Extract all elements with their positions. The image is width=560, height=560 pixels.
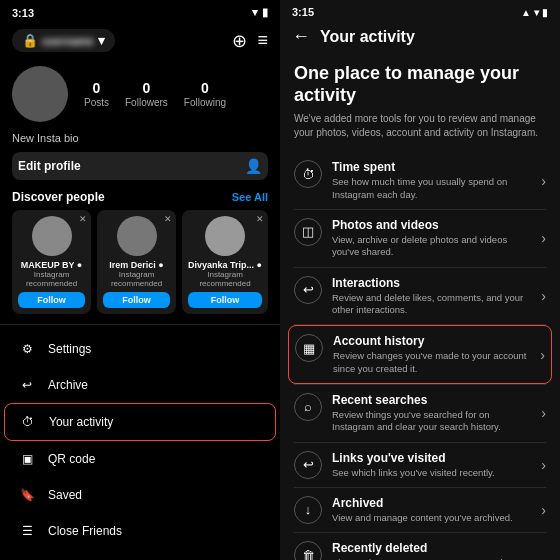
- sidebar-label-your-activity: Your activity: [49, 415, 113, 429]
- edit-profile-label: Edit profile: [18, 159, 81, 173]
- settings-icon: ⚙: [18, 340, 36, 358]
- archived-text: Archived View and manage content you've …: [332, 496, 531, 524]
- sidebar-label-settings: Settings: [48, 342, 91, 356]
- person-sub-0: Instagram recommended: [18, 270, 85, 288]
- hero-title: One place to manage your activity: [294, 63, 546, 106]
- person-avatar-0: [32, 216, 72, 256]
- links-visited-chevron: ›: [541, 457, 546, 473]
- r-signal-icon: ▲: [521, 7, 531, 18]
- discover-section: Discover people See All ✕ MAKEUP BY ● In…: [0, 184, 280, 318]
- r-battery-icon: ▮: [542, 7, 548, 18]
- sidebar-label-qr-code: QR code: [48, 452, 95, 466]
- follow-btn-0[interactable]: Follow: [18, 292, 85, 308]
- recent-searches-chevron: ›: [541, 405, 546, 421]
- left-top-bar: 🔒 username ▾ ⊕ ≡: [0, 23, 280, 58]
- interactions-icon: ↩: [294, 276, 322, 304]
- following-count: 0: [184, 80, 226, 96]
- lock-icon: 🔒: [22, 33, 38, 48]
- recently-deleted-icon: 🗑: [294, 541, 322, 560]
- battery-icon: ▮: [262, 6, 268, 19]
- activity-item-archived[interactable]: ↓ Archived View and manage content you'v…: [288, 488, 552, 532]
- back-arrow-icon[interactable]: ←: [292, 26, 310, 47]
- activity-item-interactions[interactable]: ↩ Interactions Review and delete likes, …: [288, 268, 552, 325]
- dropdown-icon: ▾: [98, 33, 105, 48]
- people-row: ✕ MAKEUP BY ● Instagram recommended Foll…: [12, 210, 268, 314]
- hero-section: One place to manage your activity We've …: [280, 55, 560, 152]
- add-post-icon[interactable]: ⊕: [232, 30, 247, 52]
- links-visited-desc: See which links you've visited recently.: [332, 467, 531, 479]
- edit-profile-icon: 👤: [245, 158, 262, 174]
- activity-item-photos-videos[interactable]: ◫ Photos and videos View, archive or del…: [288, 210, 552, 267]
- qr-code-icon: ▣: [18, 450, 36, 468]
- top-bar-icons: ⊕ ≡: [232, 30, 268, 52]
- sidebar-item-favorites[interactable]: ☆ Favorites: [4, 549, 276, 560]
- left-status-bar: 3:13 ▾ ▮: [0, 0, 280, 23]
- recently-deleted-text: Recently deleted View and manage content…: [332, 541, 531, 560]
- recently-deleted-label: Recently deleted: [332, 541, 531, 555]
- activity-list: ⏱ Time spent See how much time you usual…: [280, 152, 560, 560]
- person-avatar-1: [117, 216, 157, 256]
- account-history-icon: ▦: [295, 334, 323, 362]
- posts-label: Posts: [84, 97, 109, 108]
- sidebar-item-close-friends[interactable]: ☰ Close Friends: [4, 513, 276, 549]
- links-visited-icon: ↩: [294, 451, 322, 479]
- followers-label: Followers: [125, 97, 168, 108]
- person-sub-1: Instagram recommended: [103, 270, 170, 288]
- menu-icon[interactable]: ≡: [257, 30, 268, 52]
- followers-count: 0: [125, 80, 168, 96]
- links-visited-label: Links you've visited: [332, 451, 531, 465]
- edit-profile-button[interactable]: Edit profile 👤: [12, 152, 268, 180]
- person-avatar-2: [205, 216, 245, 256]
- right-title: Your activity: [320, 28, 415, 46]
- person-card-1: ✕ Irem Derici ● Instagram recommended Fo…: [97, 210, 176, 314]
- person-name-1: Irem Derici ●: [103, 260, 170, 270]
- left-status-icons: ▾ ▮: [252, 6, 268, 19]
- activity-item-account-history[interactable]: ▦ Account history Review changes you've …: [288, 325, 552, 384]
- see-all-link[interactable]: See All: [232, 191, 268, 203]
- profile-stats: 0 Posts 0 Followers 0 Following: [84, 80, 226, 108]
- activity-item-recent-searches[interactable]: ⌕ Recent searches Review things you've s…: [288, 385, 552, 442]
- posts-count: 0: [84, 80, 109, 96]
- follow-btn-1[interactable]: Follow: [103, 292, 170, 308]
- discover-header: Discover people See All: [12, 190, 268, 204]
- person-sub-2: Instagram recommended: [188, 270, 262, 288]
- close-icon-2[interactable]: ✕: [256, 214, 264, 224]
- archived-desc: View and manage content you've archived.: [332, 512, 531, 524]
- photos-videos-chevron: ›: [541, 230, 546, 246]
- recent-searches-text: Recent searches Review things you've sea…: [332, 393, 531, 434]
- right-panel: 3:15 ▲ ▾ ▮ ← Your activity One place to …: [280, 0, 560, 560]
- activity-item-links-visited[interactable]: ↩ Links you've visited See which links y…: [288, 443, 552, 487]
- person-card-0: ✕ MAKEUP BY ● Instagram recommended Foll…: [12, 210, 91, 314]
- close-icon-0[interactable]: ✕: [79, 214, 87, 224]
- recent-searches-icon: ⌕: [294, 393, 322, 421]
- bio-text: New Insta bio: [0, 130, 280, 148]
- right-status-bar: 3:15 ▲ ▾ ▮: [280, 0, 560, 22]
- sidebar-label-archive: Archive: [48, 378, 88, 392]
- menu-list: ⚙ Settings ↩ Archive ⏱ Your activity ▣ Q…: [0, 331, 280, 560]
- your-activity-icon: ⏱: [19, 413, 37, 431]
- follow-btn-2[interactable]: Follow: [188, 292, 262, 308]
- sidebar-item-settings[interactable]: ⚙ Settings: [4, 331, 276, 367]
- following-stat: 0 Following: [184, 80, 226, 108]
- sidebar-item-saved[interactable]: 🔖 Saved: [4, 477, 276, 513]
- r-wifi-icon: ▾: [534, 7, 539, 18]
- photos-videos-icon: ◫: [294, 218, 322, 246]
- sidebar-item-your-activity[interactable]: ⏱ Your activity: [4, 403, 276, 441]
- activity-item-recently-deleted[interactable]: 🗑 Recently deleted View and manage conte…: [288, 533, 552, 560]
- following-label: Following: [184, 97, 226, 108]
- time-spent-text: Time spent See how much time you usually…: [332, 160, 531, 201]
- sidebar-item-archive[interactable]: ↩ Archive: [4, 367, 276, 403]
- followers-stat: 0 Followers: [125, 80, 168, 108]
- photos-videos-label: Photos and videos: [332, 218, 531, 232]
- archived-icon: ↓: [294, 496, 322, 524]
- sidebar-item-qr-code[interactable]: ▣ QR code: [4, 441, 276, 477]
- close-icon-1[interactable]: ✕: [164, 214, 172, 224]
- interactions-text: Interactions Review and delete likes, co…: [332, 276, 531, 317]
- username-pill[interactable]: 🔒 username ▾: [12, 29, 115, 52]
- time-spent-icon: ⏱: [294, 160, 322, 188]
- activity-item-time-spent[interactable]: ⏱ Time spent See how much time you usual…: [288, 152, 552, 209]
- right-time: 3:15: [292, 6, 314, 18]
- time-spent-label: Time spent: [332, 160, 531, 174]
- archived-label: Archived: [332, 496, 531, 510]
- profile-section: 0 Posts 0 Followers 0 Following: [0, 58, 280, 130]
